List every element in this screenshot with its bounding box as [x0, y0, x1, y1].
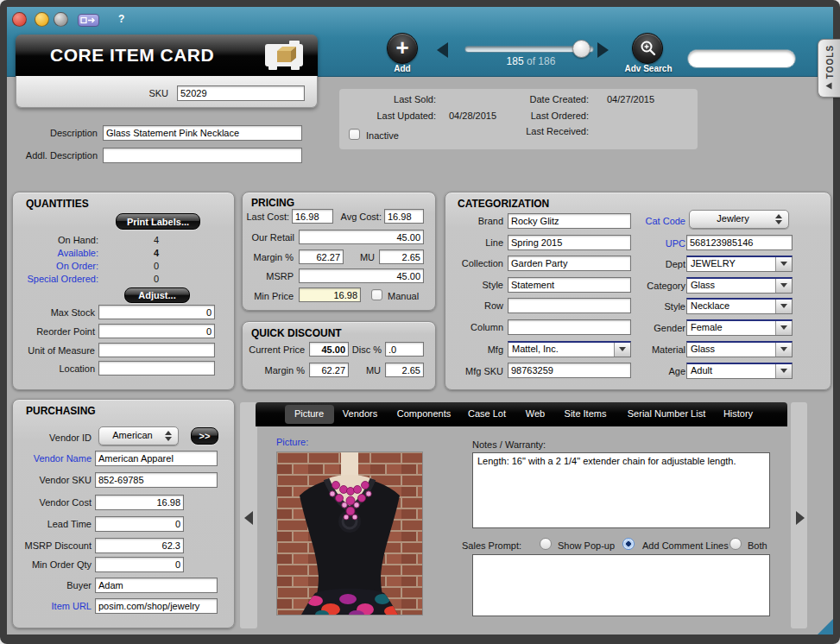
- record-prev-arrow-icon[interactable]: [437, 42, 448, 58]
- row-input[interactable]: [508, 298, 631, 313]
- dept-label: Dept: [615, 259, 685, 269]
- current-price-input[interactable]: [309, 342, 349, 357]
- margin-input[interactable]: [299, 249, 344, 264]
- tab-web[interactable]: Web: [526, 408, 545, 419]
- min-price-input[interactable]: [299, 287, 361, 302]
- minimize-button[interactable]: [35, 12, 49, 27]
- tab-vendors[interactable]: Vendors: [343, 408, 377, 419]
- sku-input[interactable]: [177, 85, 305, 101]
- avg-cost-label: Avg Cost:: [334, 212, 382, 222]
- chevron-down-icon[interactable]: [775, 257, 792, 271]
- our-retail-input[interactable]: [299, 230, 424, 244]
- collection-input[interactable]: [508, 256, 631, 271]
- brand-input[interactable]: [508, 213, 631, 229]
- inactive-checkbox[interactable]: [349, 129, 360, 140]
- chevron-down-icon[interactable]: [775, 364, 792, 378]
- tools-drawer-tab[interactable]: TOOLS: [818, 39, 840, 98]
- avg-cost-input[interactable]: [384, 209, 424, 224]
- tab-case-lot[interactable]: Case Lot: [468, 408, 506, 419]
- unit-of-measure-input[interactable]: [98, 343, 215, 357]
- line-input[interactable]: [508, 235, 631, 250]
- msrp-discount-input[interactable]: [95, 538, 184, 553]
- upc-label[interactable]: UPC: [615, 238, 685, 249]
- vendor-name-input[interactable]: [95, 451, 218, 466]
- date-created-label: Date Created:: [483, 94, 589, 104]
- available-label[interactable]: Available:: [9, 248, 98, 258]
- close-button[interactable]: [12, 12, 27, 27]
- buyer-input[interactable]: [95, 578, 218, 593]
- special-ordered-label[interactable]: Special Ordered:: [9, 274, 98, 284]
- min-order-qty-input[interactable]: [95, 557, 184, 572]
- location-label: Location: [7, 363, 95, 374]
- addl-description-input[interactable]: [103, 148, 302, 163]
- chevron-down-icon[interactable]: [775, 300, 792, 313]
- cat-code-label[interactable]: Cat Code: [615, 216, 685, 226]
- mfg-sku-input[interactable]: [508, 363, 631, 378]
- print-labels-button[interactable]: Print Labels...: [116, 213, 200, 230]
- add-button[interactable]: +: [387, 33, 418, 64]
- age-dropdown[interactable]: Adult: [686, 363, 793, 379]
- manual-checkbox[interactable]: [371, 289, 382, 300]
- record-next-arrow-icon[interactable]: [597, 42, 609, 58]
- adjust-button[interactable]: Adjust...: [124, 287, 190, 303]
- upc-input[interactable]: [686, 235, 793, 250]
- help-button[interactable]: ?: [118, 13, 124, 25]
- prev-arrow-icon[interactable]: [244, 511, 253, 525]
- window-nav-button[interactable]: [78, 14, 99, 27]
- mfg-dropdown[interactable]: Mattel, Inc.: [508, 341, 631, 357]
- qd-mu-input[interactable]: [385, 363, 424, 377]
- qd-margin-input[interactable]: [309, 363, 349, 377]
- material-dropdown[interactable]: Glass: [686, 341, 793, 357]
- reorder-point-label: Reorder Point: [7, 326, 95, 337]
- gender-dropdown[interactable]: Female: [686, 319, 793, 336]
- disc-input[interactable]: [385, 342, 424, 357]
- chevron-down-icon[interactable]: [775, 321, 792, 335]
- lead-time-input[interactable]: [95, 516, 184, 532]
- available-value: 4: [129, 248, 183, 258]
- location-input[interactable]: [98, 361, 215, 376]
- style2-dropdown[interactable]: Necklace: [686, 298, 793, 314]
- tab-site-items[interactable]: Site Items: [565, 408, 607, 419]
- vendor-expand-button[interactable]: >>: [191, 427, 218, 445]
- description-input[interactable]: [103, 125, 302, 141]
- resize-grip[interactable]: [818, 619, 833, 635]
- vendor-cost-input[interactable]: [95, 495, 184, 510]
- msrp-discount-label: MSRP Discount: [5, 540, 92, 551]
- adv-search-label: Adv Search: [616, 64, 680, 73]
- item-url-input[interactable]: [95, 598, 218, 614]
- brand-label: Brand: [436, 216, 503, 226]
- msrp-input[interactable]: [299, 268, 424, 283]
- chevron-down-icon[interactable]: [775, 343, 792, 357]
- notes-warranty-label: Notes / Warranty:: [472, 439, 546, 450]
- reorder-point-input[interactable]: [98, 324, 215, 338]
- dept-dropdown[interactable]: JEWELRY: [686, 256, 793, 272]
- adv-search-button[interactable]: [632, 33, 663, 64]
- chevron-down-icon[interactable]: [775, 279, 792, 293]
- notes-textarea[interactable]: Length: 16" with a 2 1/4" extender chain…: [472, 452, 770, 528]
- tab-picture[interactable]: Picture: [294, 408, 324, 419]
- tab-history[interactable]: History: [723, 408, 753, 419]
- style-input[interactable]: [508, 277, 631, 293]
- item-url-label[interactable]: Item URL: [9, 601, 92, 611]
- add-comment-lines-radio[interactable]: [622, 538, 635, 550]
- vendor-sku-input[interactable]: [95, 472, 218, 488]
- zoom-button[interactable]: [54, 12, 68, 27]
- max-stock-input[interactable]: [98, 305, 215, 319]
- column-input[interactable]: [508, 319, 631, 335]
- both-label: Both: [748, 540, 767, 551]
- category-dropdown[interactable]: Glass: [686, 277, 793, 294]
- max-stock-label: Max Stock: [7, 307, 95, 318]
- mu-input[interactable]: [379, 249, 424, 264]
- last-cost-input[interactable]: [292, 209, 333, 224]
- on-order-label[interactable]: On Order:: [9, 261, 98, 271]
- cat-code-popup[interactable]: Jewlery: [689, 210, 789, 229]
- tab-components[interactable]: Components: [397, 408, 451, 419]
- quick-search-input[interactable]: [687, 49, 796, 68]
- both-radio[interactable]: [729, 538, 742, 550]
- tab-serial-number-list[interactable]: Serial Number List: [628, 408, 705, 419]
- vendor-id-popup[interactable]: American: [98, 426, 179, 445]
- comments-textarea[interactable]: [472, 554, 770, 616]
- next-arrow-icon[interactable]: [796, 511, 805, 525]
- show-popup-radio[interactable]: [540, 538, 552, 550]
- vendor-name-label[interactable]: Vendor Name: [9, 453, 92, 464]
